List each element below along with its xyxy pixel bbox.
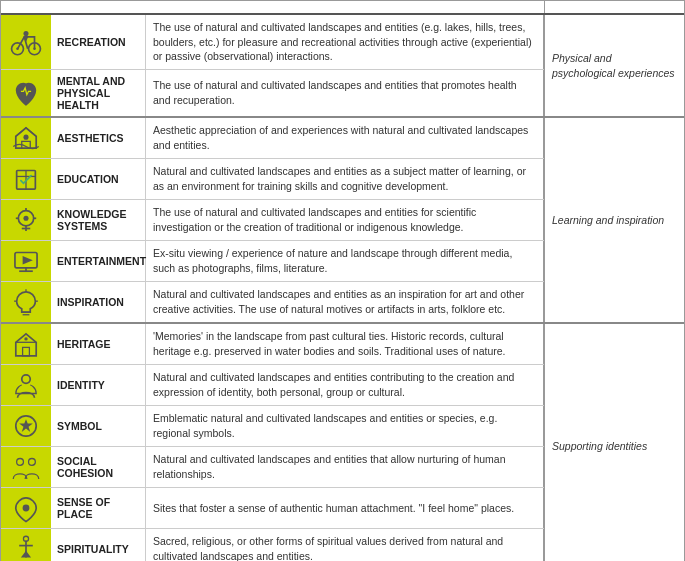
table-header [1,1,684,15]
row-left-social: SOCIAL COHESIONNatural and cultivated la… [1,447,544,487]
row-left-identity: IDENTITYNatural and cultivated landscape… [1,365,544,405]
row-left-inspiration: INSPIRATIONNatural and cultivated landsc… [1,282,544,322]
row-name-mental: MENTAL AND PHYSICAL HEALTH [51,70,146,116]
group-section-0: RECREATIONThe use of natural and cultiva… [1,15,684,118]
row-desc-social: Natural and cultivated landscapes and en… [146,447,543,487]
svg-rect-26 [23,347,30,356]
icon-cell-heritage [1,324,51,364]
group-section-1: AESTHETICSAesthetic appreciation of and … [1,118,684,324]
row-left-entertainment: ENTERTAINMENTEx-situ viewing / experienc… [1,241,544,281]
icon-cell-sense [1,488,51,528]
inspiration-icon [8,284,44,320]
icon-cell-spirituality [1,529,51,561]
spirituality-icon [8,531,44,561]
row-desc-knowledge: The use of natural and cultivated landsc… [146,200,543,240]
icon-cell-inspiration [1,282,51,322]
header-right-label [544,1,684,13]
table-row: KNOWLEDGE SYSTEMSThe use of natural and … [1,200,544,241]
row-left-education: EDUCATIONNatural and cultivated landscap… [1,159,544,199]
knowledge-icon [8,202,44,238]
header-left-label [1,1,544,13]
identity-icon [8,367,44,403]
education-icon [8,161,44,197]
group-section-2: HERITAGE'Memories' in the landscape from… [1,324,684,561]
row-name-spirituality: SPIRITUALITY [51,529,146,561]
row-desc-aesthetics: Aesthetic appreciation of and experience… [146,118,543,158]
row-name-sense: SENSE OF PLACE [51,488,146,528]
group-rows-1: AESTHETICSAesthetic appreciation of and … [1,118,544,322]
table-row: SPIRITUALITYSacred, religious, or other … [1,529,544,561]
row-desc-spirituality: Sacred, religious, or other forms of spi… [146,529,543,561]
table-row: ENTERTAINMENTEx-situ viewing / experienc… [1,241,544,282]
row-desc-recreation: The use of natural and cultivated landsc… [146,15,543,69]
group-label-0: Physical and psychological experiences [544,15,684,116]
group-label-1: Learning and inspiration [544,118,684,322]
group-rows-0: RECREATIONThe use of natural and cultiva… [1,15,544,116]
aesthetics-icon [8,120,44,156]
row-name-knowledge: KNOWLEDGE SYSTEMS [51,200,146,240]
row-desc-entertainment: Ex-situ viewing / experience of nature a… [146,241,543,281]
svg-marker-17 [23,256,33,265]
svg-point-32 [23,505,30,512]
icon-cell-education [1,159,51,199]
icon-cell-recreation [1,15,51,69]
table-row: INSPIRATIONNatural and cultivated landsc… [1,282,544,322]
symbol-icon [8,408,44,444]
svg-point-28 [22,375,31,384]
row-desc-sense: Sites that foster a sense of authentic h… [146,488,543,528]
row-name-social: SOCIAL COHESION [51,447,146,487]
svg-point-10 [23,216,28,221]
group-rows-2: HERITAGE'Memories' in the landscape from… [1,324,544,561]
row-left-aesthetics: AESTHETICSAesthetic appreciation of and … [1,118,544,158]
health-icon [8,75,44,111]
row-left-spirituality: SPIRITUALITYSacred, religious, or other … [1,529,544,561]
row-name-symbol: SYMBOL [51,406,146,446]
row-left-heritage: HERITAGE'Memories' in the landscape from… [1,324,544,364]
table-row: HERITAGE'Memories' in the landscape from… [1,324,544,365]
sense-icon [8,490,44,526]
row-name-heritage: HERITAGE [51,324,146,364]
table-row: AESTHETICSAesthetic appreciation of and … [1,118,544,159]
icon-cell-entertainment [1,241,51,281]
table-row: RECREATIONThe use of natural and cultiva… [1,15,544,70]
row-name-recreation: RECREATION [51,15,146,69]
row-left-mental: MENTAL AND PHYSICAL HEALTHThe use of nat… [1,70,544,116]
row-desc-identity: Natural and cultivated landscapes and en… [146,365,543,405]
table-row: EDUCATIONNatural and cultivated landscap… [1,159,544,200]
row-desc-heritage: 'Memories' in the landscape from past cu… [146,324,543,364]
row-name-identity: IDENTITY [51,365,146,405]
icon-cell-identity [1,365,51,405]
svg-point-27 [24,337,27,340]
entertainment-icon [8,243,44,279]
svg-point-31 [29,459,36,466]
table-body: RECREATIONThe use of natural and cultiva… [1,15,684,561]
row-name-entertainment: ENTERTAINMENT [51,241,146,281]
icon-cell-symbol [1,406,51,446]
group-label-2: Supporting identities [544,324,684,561]
row-desc-education: Natural and cultivated landscapes and en… [146,159,543,199]
row-left-symbol: SYMBOLEmblematic natural and cultivated … [1,406,544,446]
main-table: RECREATIONThe use of natural and cultiva… [0,0,685,561]
row-name-inspiration: INSPIRATION [51,282,146,322]
row-left-knowledge: KNOWLEDGE SYSTEMSThe use of natural and … [1,200,544,240]
row-desc-symbol: Emblematic natural and cultivated landsc… [146,406,543,446]
table-row: SENSE OF PLACESites that foster a sense … [1,488,544,529]
row-name-aesthetics: AESTHETICS [51,118,146,158]
table-row: MENTAL AND PHYSICAL HEALTHThe use of nat… [1,70,544,116]
row-left-recreation: RECREATIONThe use of natural and cultiva… [1,15,544,69]
icon-cell-mental [1,70,51,116]
row-left-sense: SENSE OF PLACESites that foster a sense … [1,488,544,528]
heritage-icon [8,326,44,362]
icon-cell-knowledge [1,200,51,240]
svg-point-5 [23,135,28,140]
row-name-education: EDUCATION [51,159,146,199]
social-icon [8,449,44,485]
row-desc-mental: The use of natural and cultivated landsc… [146,70,543,116]
table-row: SOCIAL COHESIONNatural and cultivated la… [1,447,544,488]
icon-cell-aesthetics [1,118,51,158]
bike-icon [8,24,44,60]
svg-point-4 [23,31,28,36]
table-row: SYMBOLEmblematic natural and cultivated … [1,406,544,447]
table-row: IDENTITYNatural and cultivated landscape… [1,365,544,406]
icon-cell-social [1,447,51,487]
